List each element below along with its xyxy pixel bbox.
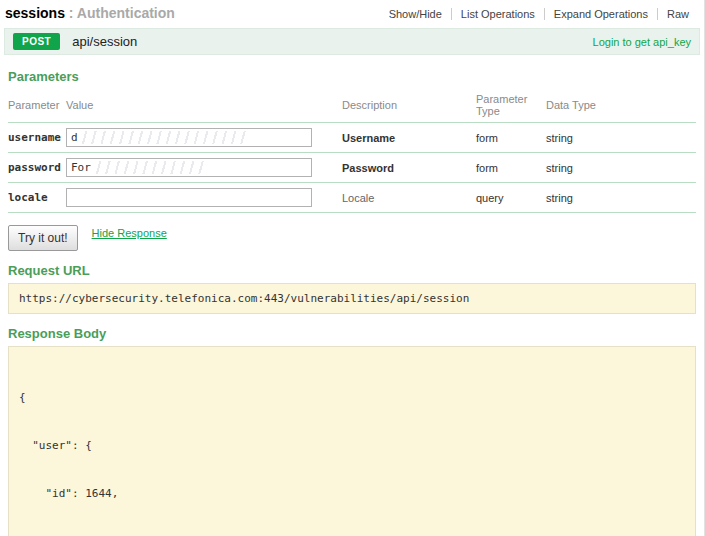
sandbox-actions: Try it out! Hide Response	[8, 225, 696, 251]
json-line: {	[19, 390, 685, 406]
username-value-cell	[66, 128, 342, 147]
col-description: Description	[342, 99, 476, 111]
json-line: "user": {	[19, 438, 685, 454]
param-data-type: string	[546, 132, 696, 144]
parameters-table: Parameter Value Description Parameter Ty…	[8, 89, 696, 213]
param-data-type: string	[546, 162, 696, 174]
resource-header: sessions : Authentication Show/Hide List…	[0, 0, 704, 25]
param-type: query	[476, 192, 546, 204]
resource-name: sessions	[5, 5, 65, 21]
param-description: Username	[342, 132, 476, 144]
locale-value-cell	[66, 188, 342, 207]
hide-response-link[interactable]: Hide Response	[92, 227, 167, 239]
expand-operations-link[interactable]: Expand Operations	[544, 8, 657, 20]
param-name-password: password	[8, 161, 66, 174]
col-value: Value	[66, 99, 342, 111]
parameters-table-header: Parameter Value Description Parameter Ty…	[8, 89, 696, 122]
resource-actions: Show/Hide List Operations Expand Operati…	[380, 8, 698, 20]
try-it-out-button[interactable]: Try it out!	[8, 225, 78, 251]
password-value-cell	[66, 158, 342, 177]
param-description: Password	[342, 162, 476, 174]
json-line: "id": 1644,	[19, 486, 685, 502]
parameters-heading: Parameters	[8, 69, 696, 84]
col-parameter-type: Parameter Type	[476, 93, 546, 117]
login-api-key-link[interactable]: Login to get api_key	[593, 36, 691, 48]
table-row: locale Locale query string	[8, 182, 696, 213]
swagger-ui-page: sessions : Authentication Show/Hide List…	[0, 0, 705, 536]
param-data-type: string	[546, 192, 696, 204]
resource-title: sessions : Authentication	[5, 5, 175, 21]
locale-input[interactable]	[66, 188, 312, 207]
col-parameter: Parameter	[8, 99, 66, 111]
response-body-heading: Response Body	[8, 326, 696, 341]
col-data-type: Data Type	[546, 99, 696, 111]
param-name-locale: locale	[8, 191, 66, 204]
operation-bar[interactable]: POST api/session Login to get api_key	[4, 28, 700, 55]
param-type: form	[476, 162, 546, 174]
operation-content: Parameters Parameter Value Description P…	[0, 55, 704, 536]
username-input[interactable]	[66, 128, 312, 147]
param-description: Locale	[342, 192, 476, 204]
raw-link[interactable]: Raw	[657, 8, 698, 20]
table-row: username Username form string	[8, 122, 696, 152]
param-type: form	[476, 132, 546, 144]
table-row: password Password form string	[8, 152, 696, 182]
http-method-badge: POST	[13, 33, 60, 50]
operation-path-link[interactable]: api/session	[72, 34, 137, 49]
show-hide-link[interactable]: Show/Hide	[380, 8, 451, 20]
request-url-block: https://cybersecurity.telefonica.com:443…	[8, 283, 696, 314]
list-operations-link[interactable]: List Operations	[451, 8, 544, 20]
request-url-heading: Request URL	[8, 263, 696, 278]
resource-description: : Authentication	[65, 5, 175, 21]
param-name-username: username	[8, 131, 66, 144]
response-body-block: { "user": { "id": 1644, "name": "David C…	[8, 346, 696, 536]
password-input[interactable]	[66, 158, 312, 177]
